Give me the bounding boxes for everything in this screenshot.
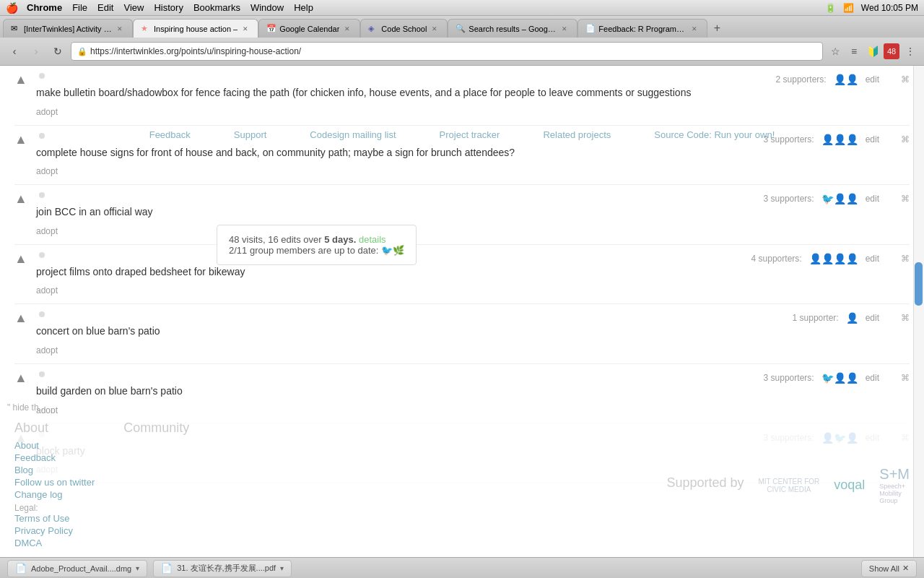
menu-chrome[interactable]: Chrome [27, 2, 62, 13]
idea-actions-4: adopt [14, 283, 910, 296]
show-all-label: Show All [869, 564, 899, 573]
footer-about: About About Feedback Blog Follow us on t… [14, 420, 95, 550]
tab-5-close[interactable]: ✕ [559, 24, 570, 34]
idea-actions-1: adopt [14, 105, 910, 118]
tab-2[interactable]: ★ Inspiring house action – ✕ [133, 19, 258, 38]
footer-overlay: About About Feedback Blog Follow us on t… [0, 413, 924, 557]
expand-icon-5[interactable]: ⌘ [901, 313, 910, 323]
expand-icon-1[interactable]: ⌘ [901, 74, 910, 85]
forward-button[interactable]: › [27, 43, 45, 60]
edit-link-3[interactable]: edit [866, 194, 879, 204]
tab-5[interactable]: 🔍 Search results – Google D... ✕ [448, 19, 578, 38]
vote-up-5[interactable]: ▲ [14, 311, 27, 324]
edit-link-1[interactable]: edit [866, 74, 879, 85]
download-name-1: Adobe_Product_Avail....dmg [31, 564, 131, 573]
footer-about-link[interactable]: About [14, 440, 95, 451]
footer-sponsors: Supported by MIT CENTER FORCIVIC MEDIA v… [666, 420, 910, 550]
show-all-close-icon[interactable]: ✕ [902, 564, 909, 573]
scrollbar-thumb[interactable] [915, 262, 923, 306]
scrollbar[interactable] [913, 66, 924, 557]
vote-up-3[interactable]: ▲ [14, 192, 27, 205]
supporters-4: 4 supporters: [751, 254, 802, 264]
bullet-5 [39, 311, 45, 317]
menu-file[interactable]: File [72, 2, 87, 13]
adopt-link-5[interactable]: adopt [36, 345, 58, 355]
tab-5-title: Search results – Google D... [468, 25, 557, 33]
tab-5-favicon: 🔍 [456, 24, 466, 34]
menu-dots-icon[interactable]: ⋮ [902, 43, 918, 59]
download-name-2: 31. 友谊长存,携手发展....pdf [177, 563, 276, 574]
show-all-button[interactable]: Show All ✕ [861, 560, 917, 577]
expand-icon-3[interactable]: ⌘ [901, 194, 910, 204]
footer-blog-link[interactable]: Blog [14, 465, 95, 475]
footer-dmca-link[interactable]: DMCA [14, 538, 95, 548]
tab-1-close[interactable]: ✕ [115, 24, 125, 34]
tab-6[interactable]: 📄 Feedback: R Programmin... ✕ [578, 19, 707, 38]
idea-text-1: make bulletin board/shadowbox for fence … [14, 86, 910, 100]
menu-window[interactable]: Window [250, 2, 284, 13]
menu-help[interactable]: Help [294, 2, 313, 13]
reload-button[interactable]: ↻ [49, 43, 66, 60]
tab-6-title: Feedback: R Programmin... [598, 25, 687, 33]
adopt-link-1[interactable]: adopt [36, 107, 58, 117]
tab-4-close[interactable]: ✕ [430, 24, 440, 34]
tab-4[interactable]: ◈ Code School ✕ [360, 19, 448, 38]
hide-text[interactable]: " hide th... [7, 402, 46, 413]
menu-history[interactable]: History [154, 2, 183, 13]
main-content: ▲ 2 supporters: 👤👤 edit ⌘ make bulletin … [0, 66, 924, 557]
adopt-link-4[interactable]: adopt [36, 285, 58, 296]
supporters-6: 3 supporters: [764, 373, 814, 383]
stats-details-link[interactable]: details [359, 234, 386, 245]
idea-actions-5: adopt [14, 343, 910, 356]
tab-3-close[interactable]: ✕ [342, 24, 352, 34]
menu-bookmarks[interactable]: Bookmarks [193, 2, 240, 13]
download-arrow-2[interactable]: ▾ [280, 564, 284, 572]
edit-link-6[interactable]: edit [866, 373, 879, 383]
reader-icon[interactable]: ≡ [846, 43, 862, 59]
footer-twitter-link[interactable]: Follow us on twitter [14, 477, 95, 488]
new-tab-button[interactable]: + [707, 19, 726, 38]
edit-link-2[interactable]: edit [866, 134, 879, 144]
expand-icon-2[interactable]: ⌘ [901, 134, 910, 144]
back-button[interactable]: ‹ [6, 43, 23, 60]
idea-text-5: concert on blue barn's patio [14, 324, 910, 339]
adopt-link-2[interactable]: adopt [36, 166, 58, 176]
footer-feedback-link[interactable]: Feedback [14, 452, 95, 463]
voqal-logo: voqal [834, 478, 865, 493]
footer-privacy-link[interactable]: Privacy Policy [14, 525, 95, 536]
tab-4-title: Code School [381, 25, 427, 33]
expand-icon-4[interactable]: ⌘ [901, 254, 910, 264]
download-icon-1: 📄 [15, 563, 27, 574]
tab-bar: ✉ [InterTwinkles] Activity s... ✕ ★ Insp… [0, 16, 924, 38]
tab-2-title: Inspiring house action – [154, 25, 237, 33]
expand-icon-6[interactable]: ⌘ [901, 373, 910, 383]
extension-badge[interactable]: 48 [884, 43, 899, 59]
download-item-2[interactable]: 📄 31. 友谊长存,携手发展....pdf ▾ [153, 560, 292, 577]
edit-link-5[interactable]: edit [866, 313, 879, 323]
supporters-2: 3 supporters: [764, 134, 814, 144]
address-bar[interactable]: 🔒 https://intertwinkles.org/points/u/ins… [71, 42, 823, 61]
idea-actions-3: adopt [14, 224, 910, 237]
extension-icon-1[interactable]: 🔰 [865, 43, 881, 59]
footer-changelog-link[interactable]: Change log [14, 489, 95, 500]
vote-up-2[interactable]: ▲ [14, 133, 27, 146]
supporters-3: 3 supporters: [764, 194, 814, 204]
vote-up-6[interactable]: ▲ [14, 371, 27, 384]
tab-3[interactable]: 📅 Google Calendar ✕ [258, 19, 360, 38]
vote-up-1[interactable]: ▲ [14, 73, 27, 86]
vote-up-4[interactable]: ▲ [14, 252, 27, 265]
battery-icon: 🔋 [825, 3, 836, 13]
download-arrow-1[interactable]: ▾ [136, 564, 139, 572]
adopt-link-3[interactable]: adopt [36, 226, 58, 236]
bookmark-star-icon[interactable]: ☆ [827, 43, 843, 59]
apple-icon[interactable]: 🍎 [6, 2, 18, 14]
menu-view[interactable]: View [123, 2, 144, 13]
menu-edit[interactable]: Edit [97, 2, 113, 13]
tab-1[interactable]: ✉ [InterTwinkles] Activity s... ✕ [3, 19, 133, 38]
download-item-1[interactable]: 📄 Adobe_Product_Avail....dmg ▾ [7, 560, 147, 577]
tab-6-close[interactable]: ✕ [689, 24, 699, 34]
footer-tos-link[interactable]: Terms of Use [14, 513, 95, 524]
tab-2-close[interactable]: ✕ [240, 24, 250, 34]
tab-1-title: [InterTwinkles] Activity s... [24, 25, 112, 33]
edit-link-4[interactable]: edit [866, 254, 879, 264]
